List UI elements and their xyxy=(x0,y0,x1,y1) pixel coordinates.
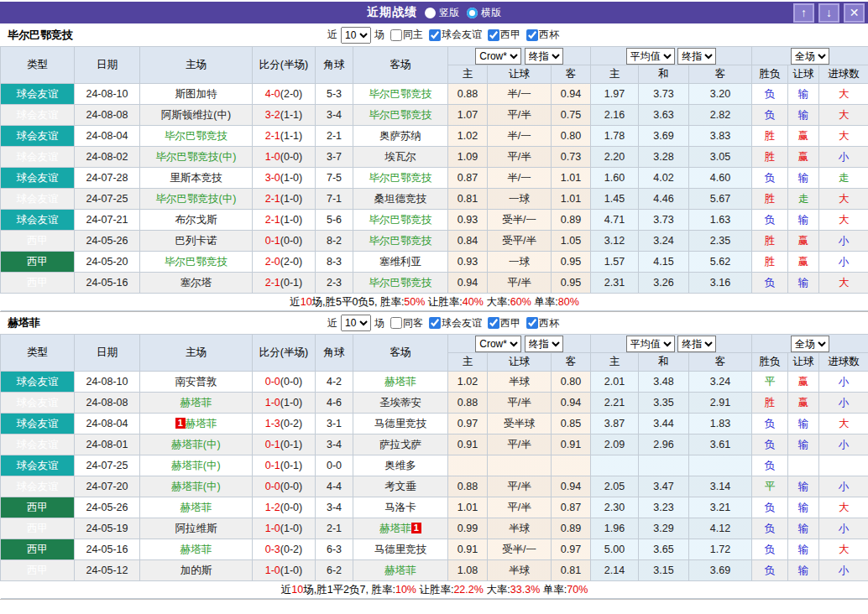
home-team-link[interactable]: 毕尔巴鄂竞技 xyxy=(165,256,227,268)
league-checkbox-1[interactable] xyxy=(488,317,499,329)
home-team-link[interactable]: 毕尔巴鄂竞技(中) xyxy=(156,151,237,163)
home-team-link[interactable]: 赫塔菲(中) xyxy=(171,481,220,492)
away-team-link[interactable]: 马洛卡 xyxy=(384,502,416,513)
home-team-link[interactable]: 南安普敦 xyxy=(175,376,217,388)
away-team-link[interactable]: 考文垂 xyxy=(384,481,416,492)
team-header-row: 赫塔菲 近 10 场 同客 球会友谊 西甲 西杯 xyxy=(0,311,868,334)
league-checkbox-0[interactable] xyxy=(429,317,441,329)
away-team-link[interactable]: 赫塔菲 xyxy=(379,523,411,534)
home-team-link[interactable]: 阿斯顿维拉(中) xyxy=(161,109,231,121)
horizontal-layout-label: 横版 xyxy=(481,6,501,20)
avg-odds-select[interactable]: 平均值 xyxy=(626,48,675,65)
league-checkbox-0[interactable] xyxy=(429,29,441,41)
odds-company-group: Crow* 终指 xyxy=(448,335,591,353)
odds-home-cell: 0.84 xyxy=(448,231,488,252)
corner-cell: 5-6 xyxy=(316,210,353,231)
away-team-link[interactable]: 萨拉戈萨 xyxy=(379,439,421,450)
corner-cell: 5-3 xyxy=(316,84,353,105)
result-goals-cell: 大 xyxy=(819,273,868,294)
home-team-link[interactable]: 斯图加特 xyxy=(175,88,217,100)
away-team-link[interactable]: 毕尔巴鄂竞技 xyxy=(369,235,432,247)
horizontal-layout-radio[interactable]: 横版 xyxy=(467,6,501,20)
result-handicap-cell: 输 xyxy=(788,168,819,189)
score-cell: 0-1(0-0) xyxy=(253,231,316,252)
odds-company-select[interactable]: Crow* xyxy=(475,336,521,352)
league-label: 西杯 xyxy=(539,316,559,330)
away-team-link[interactable]: 毕尔巴鄂竞技 xyxy=(369,277,432,289)
away-team-link[interactable]: 赫塔菲 xyxy=(384,565,416,576)
score-cell: 1-2(0-0) xyxy=(253,497,316,518)
home-team-link[interactable]: 赫塔菲(中) xyxy=(171,439,220,450)
away-team-link[interactable]: 桑坦德竞技 xyxy=(374,193,427,205)
odds-home-cell: 1.02 xyxy=(448,126,488,147)
home-team-link[interactable]: 塞尔塔 xyxy=(180,277,212,289)
score-cell: 2-0(2-0) xyxy=(253,252,316,273)
league-checkbox-2[interactable] xyxy=(526,29,538,41)
same-venue-checkbox[interactable] xyxy=(390,317,402,329)
team-section: 赫塔菲 近 10 场 同客 球会友谊 西甲 西杯 xyxy=(0,311,868,599)
home-team-link[interactable]: 毕尔巴鄂竞技 xyxy=(165,130,227,142)
vertical-layout-radio[interactable]: 竖版 xyxy=(425,6,459,20)
match-row: 球会友谊 24-08-01 赫塔菲(中) 0-1(0-1) 3-4 萨拉戈萨 0… xyxy=(1,434,868,455)
avg-odds-select[interactable]: 平均值 xyxy=(626,336,675,352)
away-team-link[interactable]: 埃瓦尔 xyxy=(384,151,416,163)
away-team-link[interactable]: 毕尔巴鄂竞技 xyxy=(369,88,432,100)
avg-draw-cell: 3.29 xyxy=(639,518,689,539)
league-checkbox-1[interactable] xyxy=(488,29,499,41)
corner-cell: 3-4 xyxy=(316,434,353,455)
away-team-link[interactable]: 毕尔巴鄂竞技 xyxy=(369,214,432,226)
avg-draw-cell: 3.73 xyxy=(639,84,689,105)
home-team-link[interactable]: 布尔戈斯 xyxy=(175,214,217,226)
home-team-link[interactable]: 赫塔菲 xyxy=(180,544,212,555)
away-team-link[interactable]: 毕尔巴鄂竞技 xyxy=(369,109,432,121)
close-button[interactable]: ✕ xyxy=(844,3,865,23)
corner-cell: 4-2 xyxy=(316,372,353,393)
odds-company-select[interactable]: Crow* xyxy=(475,48,521,65)
league-checkbox-2[interactable] xyxy=(526,317,538,329)
result-handicap-cell: 输 xyxy=(788,84,819,105)
home-team-link[interactable]: 加的斯 xyxy=(180,565,212,576)
avg-stage-select[interactable]: 终指 xyxy=(677,48,716,65)
away-team-link[interactable]: 马德里竞技 xyxy=(374,418,427,429)
result-wdl-cell: 胜 xyxy=(752,393,788,414)
move-up-button[interactable]: ↑ xyxy=(793,3,814,23)
away-team-link[interactable]: 马德里竞技 xyxy=(374,544,427,555)
result-handicap-cell: 输 xyxy=(788,273,819,294)
away-team-link[interactable]: 赫塔菲 xyxy=(384,376,416,388)
away-team-link[interactable]: 奥维多 xyxy=(384,460,416,471)
home-team-link[interactable]: 赫塔菲 xyxy=(180,502,212,513)
match-count-select[interactable]: 10 xyxy=(341,27,371,44)
away-team-cell: 圣埃蒂安 xyxy=(353,393,448,414)
avg-stage-select[interactable]: 终指 xyxy=(677,336,716,352)
same-venue-checkbox[interactable] xyxy=(390,29,402,41)
match-row: 球会友谊 24-07-25 赫塔菲(中) 0-1(0-1) 0-0 奥维多 负 xyxy=(1,455,868,476)
match-count-select[interactable]: 10 xyxy=(341,315,371,331)
away-team-link[interactable]: 毕尔巴鄂竞技 xyxy=(369,172,432,184)
home-team-link[interactable]: 毕尔巴鄂竞技(中) xyxy=(156,193,237,205)
home-team-link[interactable]: 赫塔菲(中) xyxy=(171,460,220,471)
home-team-link[interactable]: 赫塔菲 xyxy=(186,418,217,429)
league-label: 西甲 xyxy=(500,316,520,330)
match-row: 球会友谊 24-07-25 毕尔巴鄂竞技(中) 2-1(1-0) 7-1 桑坦德… xyxy=(1,189,868,210)
avg-home-cell: 1.60 xyxy=(591,168,639,189)
subcol-3: 主 xyxy=(591,353,639,372)
home-team-link[interactable]: 巴列卡诺 xyxy=(175,235,217,247)
avg-home-cell: 2.30 xyxy=(591,497,639,518)
vertical-layout-label: 竖版 xyxy=(439,6,459,20)
odds-stage-select[interactable]: 终指 xyxy=(525,48,563,65)
home-team-link[interactable]: 阿拉维斯 xyxy=(175,523,217,534)
away-team-link[interactable]: 奥萨苏纳 xyxy=(379,130,421,142)
odds-stage-select[interactable]: 终指 xyxy=(525,336,563,352)
avg-draw-cell: 3.26 xyxy=(639,273,689,294)
result-scope-select[interactable]: 全场 xyxy=(791,48,829,65)
odds-handicap-cell: 半/一 xyxy=(488,168,552,189)
result-scope-select[interactable]: 全场 xyxy=(791,336,829,352)
away-team-cell: 毕尔巴鄂竞技 xyxy=(353,84,448,105)
away-team-link[interactable]: 圣埃蒂安 xyxy=(379,397,421,408)
move-down-button[interactable]: ↓ xyxy=(818,3,839,23)
home-team-link[interactable]: 里斯本竞技 xyxy=(170,172,222,184)
match-filter-bar: 近 10 场 同主 球会友谊 西甲 西杯 xyxy=(327,27,559,44)
away-team-link[interactable]: 塞维利亚 xyxy=(379,256,421,268)
radio-selected-icon xyxy=(467,8,478,18)
home-team-link[interactable]: 赫塔菲 xyxy=(180,397,212,408)
